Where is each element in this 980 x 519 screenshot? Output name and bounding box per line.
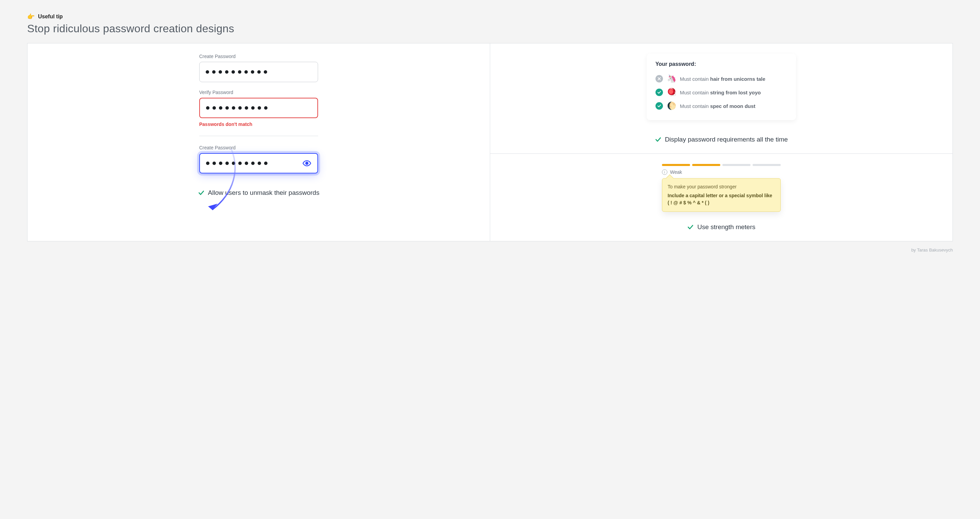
strength-label: Weak bbox=[670, 169, 682, 175]
rule-emoji-icon: 🪀 bbox=[667, 88, 676, 97]
password-mismatch-error: Passwords don't match bbox=[199, 121, 318, 127]
strength-meter: i Weak To make your password stronger In… bbox=[662, 164, 781, 212]
strength-bar-segment bbox=[662, 164, 690, 166]
tooltip-line2: Include a capital letter or a special sy… bbox=[668, 192, 775, 207]
requirements-card: Your password: 🦄Must contain hair from u… bbox=[647, 54, 796, 120]
strength-tooltip: To make your password stronger Include a… bbox=[662, 178, 781, 212]
requirements-title: Your password: bbox=[655, 61, 787, 67]
strength-label-row: i Weak bbox=[662, 169, 781, 175]
requirement-row: 🦄Must contain hair from unicorns tale bbox=[655, 72, 787, 86]
verify-password-input[interactable] bbox=[199, 98, 318, 118]
main-panel: Create Password Verify Password Password… bbox=[27, 43, 953, 241]
strength-bar-segment bbox=[752, 164, 781, 166]
tooltip-caret-icon bbox=[666, 175, 673, 182]
verify-password-label: Verify Password bbox=[199, 90, 318, 95]
rule-emoji-icon: 🦄 bbox=[667, 74, 676, 83]
pointing-hand-icon: 👉 bbox=[27, 14, 35, 20]
left-tip: Allow users to unmask their passwords bbox=[198, 189, 320, 197]
rule-text: Must contain hair from unicorns tale bbox=[680, 76, 765, 82]
requirements-tip: Display password requirements all the ti… bbox=[503, 136, 940, 143]
credit: by Taras Bakusevych bbox=[27, 247, 953, 253]
info-icon: i bbox=[662, 169, 667, 175]
create-password-input[interactable] bbox=[199, 62, 318, 82]
rule-emoji-icon: 🌔 bbox=[667, 102, 676, 110]
password-form-bad: Create Password Verify Password Password… bbox=[199, 54, 318, 174]
requirements-column: Your password: 🦄Must contain hair from u… bbox=[490, 43, 953, 154]
divider bbox=[199, 136, 318, 136]
x-circle-icon bbox=[655, 75, 663, 83]
tip-badge-label: Useful tip bbox=[38, 14, 63, 20]
requirements-list: 🦄Must contain hair from unicorns tale🪀Mu… bbox=[655, 72, 787, 113]
requirement-row: 🪀Must contain string from lost yoyo bbox=[655, 86, 787, 99]
tooltip-line1: To make your password stronger bbox=[668, 183, 775, 191]
strength-tip-text: Use strength meters bbox=[697, 223, 755, 231]
create-password-label: Create Password bbox=[199, 54, 318, 59]
strength-column: i Weak To make your password stronger In… bbox=[490, 154, 953, 241]
rule-text: Must contain string from lost yoyo bbox=[680, 90, 761, 96]
left-column: Create Password Verify Password Password… bbox=[27, 43, 490, 241]
rule-text: Must contain spec of moon dust bbox=[680, 103, 756, 109]
check-icon bbox=[655, 136, 662, 143]
page-title: Stop ridiculous password creation design… bbox=[27, 22, 953, 35]
eye-icon[interactable] bbox=[302, 159, 311, 168]
check-icon bbox=[198, 189, 205, 196]
check-circle-icon bbox=[655, 102, 663, 110]
create-password-label-improved: Create Password bbox=[199, 145, 318, 150]
check-circle-icon bbox=[655, 89, 663, 96]
left-tip-text: Allow users to unmask their passwords bbox=[208, 189, 320, 197]
check-icon bbox=[687, 224, 694, 231]
strength-bar-segment bbox=[692, 164, 720, 166]
strength-bars bbox=[662, 164, 781, 166]
requirements-tip-text: Display password requirements all the ti… bbox=[665, 136, 788, 143]
header: 👉 Useful tip Stop ridiculous password cr… bbox=[27, 14, 953, 35]
strength-bar-segment bbox=[722, 164, 751, 166]
strength-tip: Use strength meters bbox=[503, 223, 940, 231]
requirement-row: 🌔Must contain spec of moon dust bbox=[655, 99, 787, 113]
tip-badge: 👉 Useful tip bbox=[27, 14, 953, 20]
svg-point-0 bbox=[305, 162, 308, 165]
create-password-input-with-unmask[interactable] bbox=[199, 153, 318, 174]
